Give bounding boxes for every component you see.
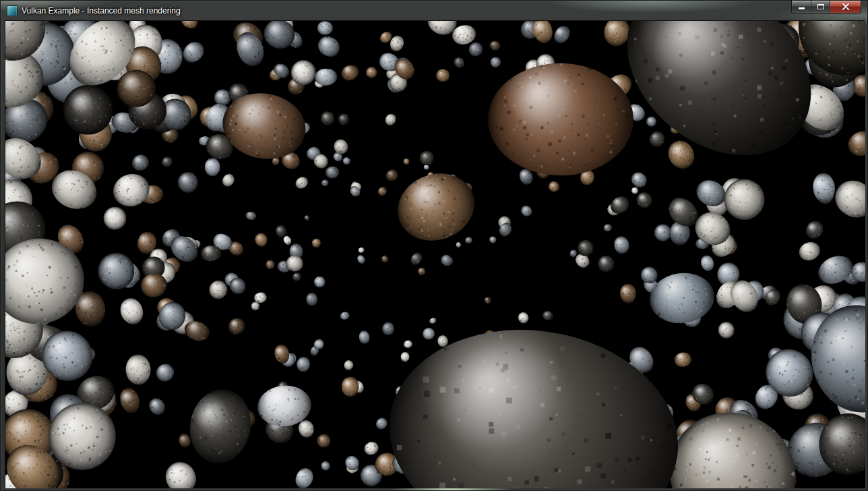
minimize-button[interactable] xyxy=(791,1,811,13)
close-button[interactable] xyxy=(830,1,861,13)
render-viewport[interactable] xyxy=(5,21,865,488)
titlebar[interactable]: Vulkan Example - Instanced mesh renderin… xyxy=(1,1,867,20)
maximize-button[interactable] xyxy=(811,1,830,13)
maximize-icon xyxy=(817,4,824,9)
window-title: Vulkan Example - Instanced mesh renderin… xyxy=(22,7,181,15)
window-controls xyxy=(791,1,861,13)
close-icon xyxy=(842,3,850,11)
app-window: Vulkan Example - Instanced mesh renderin… xyxy=(0,0,868,491)
app-icon xyxy=(7,5,18,16)
viewport-frame xyxy=(5,20,865,488)
minimize-icon xyxy=(799,7,805,9)
